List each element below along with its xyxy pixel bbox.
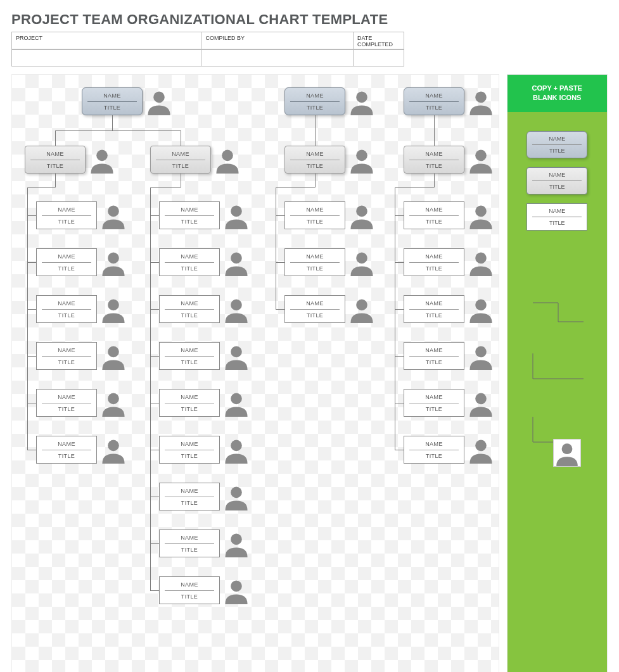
org-node[interactable]: NAMETITLE	[25, 146, 116, 174]
connector-line	[27, 187, 28, 450]
connector-line	[27, 215, 36, 216]
connector-line	[150, 543, 159, 544]
person-icon	[222, 483, 250, 510]
connector-line	[150, 590, 159, 591]
org-node[interactable]: NAMETITLE	[36, 436, 127, 464]
node-name: NAME	[151, 147, 210, 160]
connector-line	[276, 309, 284, 310]
connector-line	[150, 262, 159, 263]
svg-point-8	[108, 253, 119, 264]
org-node[interactable]: NAMETITLE	[82, 87, 173, 115]
org-node[interactable]: NAMETITLE	[404, 342, 495, 370]
org-node[interactable]: NAMETITLE	[159, 436, 250, 464]
svg-point-27	[475, 300, 487, 311]
person-icon	[99, 342, 127, 370]
svg-point-20	[231, 534, 242, 545]
org-node[interactable]: NAMETITLE	[159, 483, 250, 510]
node-title: TITLE	[165, 309, 214, 322]
org-node[interactable]: NAMETITLE	[159, 201, 250, 229]
org-node[interactable]: NAMETITLE	[159, 389, 250, 417]
connector-line	[315, 115, 316, 146]
connector-line	[395, 187, 395, 450]
template-title: TITLE	[532, 181, 582, 194]
node-title: TITLE	[409, 450, 459, 463]
org-node[interactable]: NAMETITLE	[284, 295, 376, 323]
node-name: NAME	[404, 437, 464, 450]
org-node[interactable]: NAMETITLE	[159, 576, 250, 604]
person-icon	[99, 295, 127, 323]
svg-point-23	[356, 253, 367, 264]
meta-date-value[interactable]	[354, 49, 404, 66]
node-name: NAME	[160, 250, 219, 262]
node-title: TITLE	[165, 543, 214, 557]
person-icon	[88, 146, 116, 174]
template-sidebar: COPY + PASTE BLANK ICONS NAME TITLE NAME…	[507, 74, 608, 672]
node-name: NAME	[160, 296, 219, 309]
node-name: NAME	[285, 203, 345, 215]
connector-template-icon[interactable]	[526, 296, 590, 328]
org-node[interactable]: NAMETITLE	[36, 342, 127, 370]
template-card-mid[interactable]: NAME TITLE	[526, 167, 587, 194]
meta-table: PROJECT COMPILED BY DATE COMPLETED	[11, 32, 404, 67]
person-icon	[467, 248, 495, 276]
svg-point-0	[153, 92, 165, 103]
org-node[interactable]: NAMETITLE	[404, 248, 495, 276]
org-node[interactable]: NAMETITLE	[404, 87, 495, 115]
person-icon	[348, 201, 376, 229]
connector-line	[27, 403, 36, 403]
connector-line	[55, 130, 181, 131]
node-title: TITLE	[42, 450, 91, 463]
org-node[interactable]: NAMETITLE	[404, 389, 495, 417]
person-icon	[99, 389, 127, 417]
connector-line	[150, 403, 159, 403]
org-node[interactable]: NAMETITLE	[284, 201, 376, 229]
org-node[interactable]: NAMETITLE	[36, 389, 127, 417]
template-card-top[interactable]: NAME TITLE	[526, 131, 587, 158]
org-node[interactable]: NAMETITLE	[404, 436, 495, 464]
svg-point-31	[561, 443, 572, 454]
org-node[interactable]: NAMETITLE	[150, 146, 241, 174]
node-name: NAME	[160, 437, 219, 450]
svg-point-13	[231, 206, 242, 217]
org-node[interactable]: NAMETITLE	[159, 248, 250, 276]
meta-compiled-value[interactable]	[201, 49, 353, 66]
connector-template-icon[interactable]	[526, 347, 590, 385]
svg-point-21	[231, 581, 242, 592]
person-icon	[348, 295, 376, 323]
connector-line	[395, 450, 404, 450]
org-node[interactable]: NAMETITLE	[36, 248, 127, 276]
org-node[interactable]: NAMETITLE	[284, 87, 376, 115]
node-name: NAME	[160, 484, 219, 497]
org-node[interactable]: NAMETITLE	[284, 248, 376, 276]
node-name: NAME	[285, 296, 345, 309]
svg-point-14	[231, 253, 242, 264]
node-name: NAME	[160, 203, 219, 215]
org-chart-canvas[interactable]: NAMETITLENAMETITLENAMETITLENAMETITLENAME…	[11, 74, 499, 672]
org-node[interactable]: NAMETITLE	[159, 529, 250, 557]
node-title: TITLE	[42, 309, 91, 322]
connector-line	[150, 187, 181, 188]
org-node[interactable]: NAMETITLE	[36, 201, 127, 229]
org-node[interactable]: NAMETITLE	[404, 146, 495, 174]
svg-point-9	[108, 300, 119, 311]
person-icon	[348, 146, 376, 174]
avatar-template-icon[interactable]	[553, 439, 581, 467]
org-node[interactable]: NAMETITLE	[284, 146, 376, 174]
org-node[interactable]: NAMETITLE	[36, 295, 127, 323]
template-name: NAME	[527, 168, 587, 181]
connector-line	[27, 309, 36, 310]
svg-point-28	[475, 346, 487, 358]
connector-line	[55, 130, 56, 146]
org-node[interactable]: NAMETITLE	[404, 201, 495, 229]
svg-point-12	[108, 440, 119, 452]
meta-project-value[interactable]	[12, 49, 201, 66]
person-icon	[222, 248, 250, 276]
node-title: TITLE	[165, 262, 214, 276]
person-icon	[222, 529, 250, 557]
org-node[interactable]: NAMETITLE	[404, 295, 495, 323]
org-node[interactable]: NAMETITLE	[159, 295, 250, 323]
template-card-leaf[interactable]: NAME TITLE	[526, 203, 587, 231]
node-title: TITLE	[290, 101, 340, 115]
node-name: NAME	[404, 296, 464, 309]
org-node[interactable]: NAMETITLE	[159, 342, 250, 370]
